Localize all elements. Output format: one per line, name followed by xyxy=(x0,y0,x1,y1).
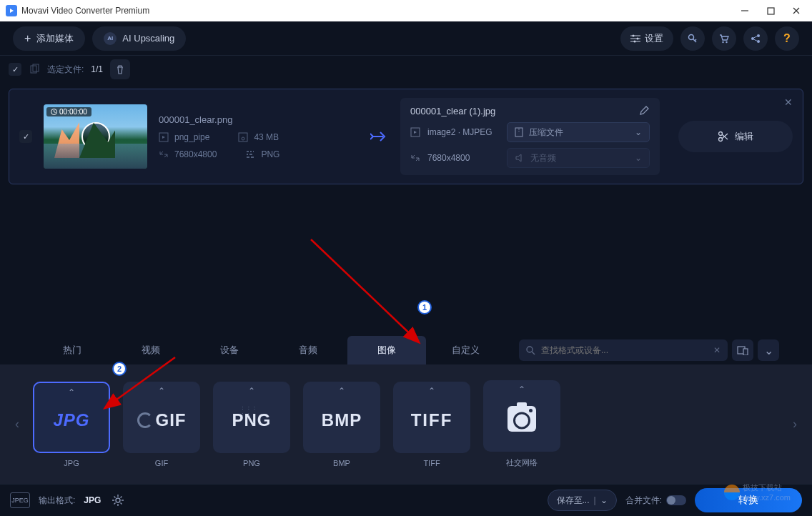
format-caption: JPG xyxy=(64,459,79,467)
cart-button[interactable] xyxy=(712,26,736,51)
tab-video[interactable]: 视频 xyxy=(112,336,190,364)
play-button[interactable] xyxy=(81,122,110,151)
svg-point-9 xyxy=(634,40,636,42)
format-settings-button[interactable] xyxy=(109,492,127,509)
window-controls xyxy=(735,6,806,15)
merge-files-control: 合并文件: xyxy=(625,495,686,507)
svg-line-24 xyxy=(54,112,56,113)
search-input[interactable] xyxy=(541,345,708,355)
rename-button[interactable] xyxy=(638,105,650,116)
convert-button[interactable]: 转换 xyxy=(695,488,802,512)
file-list: ✕ ✓ 00:00:00 000001_clear.png png_pipe 4… xyxy=(0,83,812,196)
svg-point-14 xyxy=(726,41,727,42)
src-size: 43 MB xyxy=(254,132,279,142)
container-icon xyxy=(410,127,420,137)
svg-point-10 xyxy=(689,34,694,39)
edit-button[interactable]: 编辑 xyxy=(678,121,793,152)
format-png[interactable]: ⌃ : : : : :PNG PNG xyxy=(213,382,290,467)
tab-hot[interactable]: 热门 xyxy=(33,336,112,364)
share-button[interactable] xyxy=(743,26,768,51)
audio-label: 无音频 xyxy=(530,152,556,164)
svg-point-45 xyxy=(527,347,533,352)
resolution-icon xyxy=(410,153,420,163)
merge-toggle[interactable] xyxy=(666,495,686,505)
format-grid: ‹ › ⌃ JPG JPG ⌃ GIF GIF ⌃ : : : : :PNG P… xyxy=(0,364,812,484)
format-caption: PNG xyxy=(243,459,260,467)
svg-rect-48 xyxy=(743,349,748,355)
svg-point-16 xyxy=(757,34,760,37)
bottom-bar: JPEG 输出格式: JPG 保存至... | ⌄ 合并文件: 转换 xyxy=(0,484,812,516)
chevron-up-icon: ⌃ xyxy=(248,386,255,396)
compress-select[interactable]: 压缩文件 ⌄ xyxy=(507,122,650,142)
format-caption: BMP xyxy=(333,459,350,467)
select-all-checkbox[interactable]: ✓ xyxy=(9,63,21,76)
key-icon xyxy=(687,33,698,44)
svg-point-27 xyxy=(242,137,244,140)
minimize-button[interactable] xyxy=(741,6,749,15)
svg-line-43 xyxy=(311,239,418,342)
delete-button[interactable] xyxy=(110,59,130,79)
format-gif[interactable]: ⌃ GIF GIF xyxy=(123,382,200,467)
add-media-label: 添加媒体 xyxy=(36,32,74,45)
edit-label: 编辑 xyxy=(735,130,753,143)
chevron-up-icon: ⌃ xyxy=(158,386,165,396)
collapse-button[interactable]: ⌄ xyxy=(758,339,779,361)
scissors-icon xyxy=(718,131,729,142)
detect-device-button[interactable] xyxy=(732,339,753,361)
add-media-button[interactable]: + 添加媒体 xyxy=(13,26,85,51)
format-logo: GIF xyxy=(156,410,187,430)
close-button[interactable] xyxy=(792,6,801,15)
file-thumbnail[interactable]: 00:00:00 xyxy=(44,104,147,169)
merge-label: 合并文件: xyxy=(625,495,662,507)
codec-icon xyxy=(245,149,255,159)
save-to-button[interactable]: 保存至... | ⌄ xyxy=(548,490,617,511)
file-checkbox[interactable]: ✓ xyxy=(19,130,32,143)
file-item[interactable]: ✕ ✓ 00:00:00 000001_clear.png png_pipe 4… xyxy=(9,89,803,184)
duration-badge: 00:00:00 xyxy=(46,107,91,116)
container-icon xyxy=(159,132,169,142)
chevron-up-icon: ⌃ xyxy=(338,386,345,396)
cart-icon xyxy=(718,33,730,44)
tab-image[interactable]: 图像 xyxy=(347,336,426,364)
tab-custom[interactable]: 自定义 xyxy=(426,336,505,364)
format-tiff[interactable]: ⌃ TIFF TIFF xyxy=(393,382,470,467)
remove-file-button[interactable]: ✕ xyxy=(784,96,793,108)
scroll-right-button[interactable]: › xyxy=(785,410,805,439)
share-icon xyxy=(750,33,761,44)
ai-upscaling-button[interactable]: AI AI Upscaling xyxy=(92,26,186,51)
src-container: png_pipe xyxy=(174,132,209,142)
chevron-up-icon: ⌃ xyxy=(518,384,525,395)
format-bmp[interactable]: ⌃ BMP BMP xyxy=(303,382,380,467)
chevron-down-icon: ⌄ xyxy=(635,127,642,137)
tab-device[interactable]: 设备 xyxy=(190,336,269,364)
help-button[interactable]: ? xyxy=(775,26,799,51)
settings-button[interactable]: 设置 xyxy=(620,26,673,51)
svg-line-18 xyxy=(754,36,758,38)
trash-icon xyxy=(115,64,125,74)
output-format-value: JPG xyxy=(84,495,101,505)
destination-panel: 000001_clear (1).jpg image2 · MJPEG 压缩文件… xyxy=(400,98,660,175)
annotation-number-1: 1 xyxy=(417,300,432,314)
format-search[interactable]: ✕ xyxy=(519,339,728,361)
scroll-left-button[interactable]: ‹ xyxy=(7,410,27,439)
ai-upscaling-label: AI Upscaling xyxy=(122,33,174,44)
svg-point-7 xyxy=(633,34,635,36)
chevron-down-icon: ⌄ xyxy=(635,153,642,163)
src-resolution: 7680x4800 xyxy=(174,149,217,159)
dst-filename: 000001_clear (1).jpg xyxy=(410,106,633,116)
format-jpg[interactable]: ⌃ JPG JPG xyxy=(33,382,110,467)
svg-point-8 xyxy=(637,37,639,39)
arrow-icon xyxy=(370,130,389,143)
chevron-up-icon: ⌃ xyxy=(68,387,75,397)
maximize-button[interactable] xyxy=(766,6,775,15)
format-social[interactable]: ⌃ 社交网络 xyxy=(483,380,560,468)
svg-point-38 xyxy=(719,132,723,136)
clear-search-button[interactable]: ✕ xyxy=(713,345,721,355)
dst-resolution: 7680x4800 xyxy=(427,153,470,163)
key-button[interactable] xyxy=(680,26,705,51)
src-codec: PNG xyxy=(261,149,279,159)
audio-select[interactable]: 无音频 ⌄ xyxy=(507,148,650,168)
tab-audio[interactable]: 音频 xyxy=(269,336,347,364)
clock-icon xyxy=(51,109,57,115)
svg-line-19 xyxy=(754,39,758,41)
